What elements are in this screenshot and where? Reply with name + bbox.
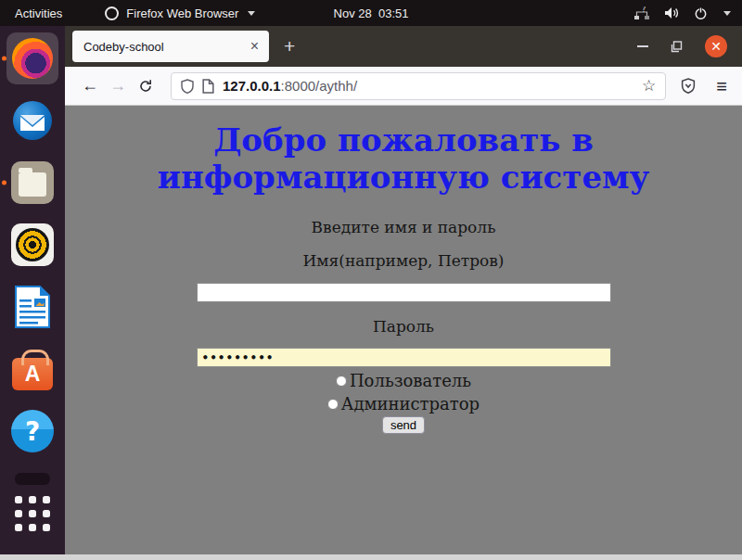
url-host: 127.0.0.1: [223, 78, 281, 94]
chevron-down-icon: [723, 11, 731, 16]
libreoffice-writer-icon: [13, 286, 52, 328]
minimize-button[interactable]: [637, 45, 648, 47]
help-icon: ?: [11, 410, 54, 452]
window-controls: ✕: [637, 26, 727, 67]
network-icon: ?: [633, 6, 650, 20]
tab-close-icon[interactable]: ×: [246, 39, 263, 54]
screen-bottom-edge: [0, 554, 742, 560]
question-mark-glyph: ?: [25, 416, 40, 447]
user-radio[interactable]: [336, 375, 347, 387]
forward-button[interactable]: →: [104, 76, 132, 95]
ubuntu-software-icon: A: [12, 358, 53, 390]
navigation-toolbar: ← → 127.0.0.1:8000/aythh/ ☆ ≡: [65, 67, 742, 106]
dock-item-rhythmbox[interactable]: [6, 219, 58, 271]
close-button[interactable]: ✕: [705, 35, 727, 57]
activities-button[interactable]: Activities: [15, 6, 62, 20]
role-option-admin: Администратор: [65, 394, 742, 414]
menu-icon[interactable]: ≡: [716, 77, 727, 95]
firefox-symbolic-icon: [105, 6, 119, 20]
url-bar[interactable]: 127.0.0.1:8000/aythh/ ☆: [171, 72, 666, 100]
music-speaker-icon: [11, 223, 54, 266]
shield-permissions-icon[interactable]: [181, 79, 194, 94]
system-top-bar: Activities Firefox Web Browser Nov 28 03…: [0, 0, 742, 26]
admin-radio[interactable]: [327, 399, 339, 410]
tab-title: Codeby-school: [83, 40, 246, 54]
toolbar-right-icons: ≡: [681, 77, 731, 95]
app-menu-label: Firefox Web Browser: [126, 6, 238, 20]
tab-codeby-school[interactable]: Codeby-school ×: [72, 31, 269, 62]
show-applications-button[interactable]: [15, 496, 50, 531]
power-icon: [694, 6, 708, 20]
clock-label[interactable]: Nov 28 03:51: [334, 6, 409, 20]
files-icon: [11, 161, 54, 204]
dock-item-files[interactable]: [6, 157, 58, 209]
dock-item-help[interactable]: ?: [6, 405, 58, 457]
dock: A ?: [0, 26, 65, 560]
svg-text:?: ?: [642, 6, 646, 14]
dock-separator-pill: [15, 473, 50, 485]
volume-icon: [664, 6, 680, 19]
reload-button[interactable]: [132, 79, 160, 94]
name-input[interactable]: [197, 283, 611, 302]
firefox-window: Codeby-school × + ✕ ← →: [65, 26, 742, 560]
name-label: Имя(например, Петров): [65, 251, 742, 270]
running-indicator-dot: [2, 181, 6, 185]
back-button[interactable]: ←: [76, 76, 104, 95]
url-path: :8000/aythh/: [281, 78, 358, 94]
page-info-icon[interactable]: [202, 79, 214, 94]
firefox-icon: [12, 38, 53, 79]
password-label: Пароль: [65, 317, 742, 336]
password-input[interactable]: [197, 348, 611, 367]
dock-item-ubuntu-software[interactable]: A: [6, 343, 58, 395]
maximize-button[interactable]: [671, 41, 683, 53]
user-radio-label: Пользователь: [350, 371, 471, 390]
page-title: Добро пожаловать в информационную систем…: [144, 121, 663, 196]
system-tray[interactable]: ?: [633, 6, 731, 20]
admin-radio-label: Администратор: [341, 394, 480, 414]
close-icon: ✕: [710, 40, 722, 53]
app-menu-button[interactable]: Firefox Web Browser: [105, 6, 255, 20]
bookmark-star-icon[interactable]: ☆: [642, 78, 656, 94]
dock-item-libreoffice-writer[interactable]: [6, 281, 58, 333]
intro-text: Введите имя и пароль: [65, 218, 742, 236]
thunderbird-icon: [12, 100, 53, 141]
send-button[interactable]: send: [382, 416, 425, 434]
url-text[interactable]: 127.0.0.1:8000/aythh/: [223, 78, 633, 94]
running-indicator-dot: [2, 57, 6, 61]
chevron-down-icon: [248, 11, 255, 16]
role-option-user: Пользователь: [65, 371, 742, 390]
reload-icon: [138, 79, 153, 94]
dock-item-firefox[interactable]: [6, 32, 58, 84]
web-page-content: Добро пожаловать в информационную систем…: [65, 106, 742, 560]
protections-shield-icon[interactable]: [681, 78, 696, 94]
dock-item-thunderbird[interactable]: [6, 95, 58, 146]
software-letter: A: [25, 362, 41, 387]
tab-bar: Codeby-school × + ✕: [65, 26, 742, 67]
new-tab-button[interactable]: +: [284, 35, 295, 57]
